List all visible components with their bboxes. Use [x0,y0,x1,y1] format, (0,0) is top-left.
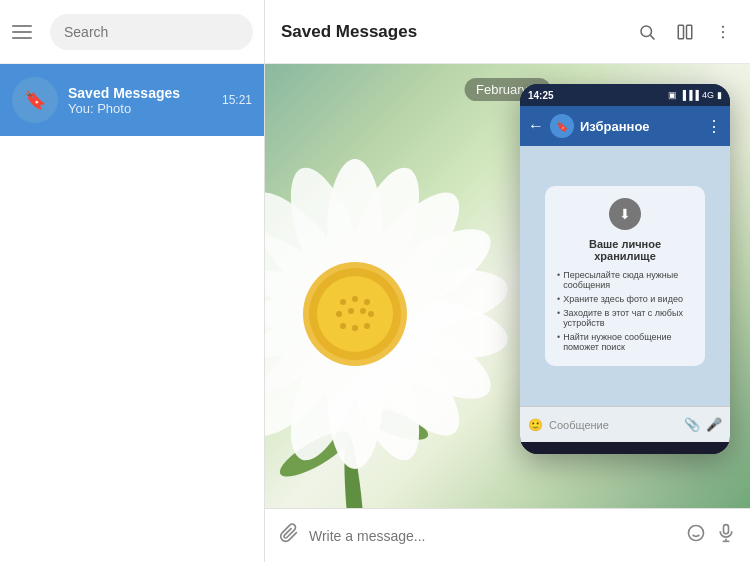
bullet-3: Заходите в этот чат с любых устройств [557,306,693,330]
header-icons [636,21,734,43]
svg-point-31 [340,299,346,305]
phone-nav-bar: ■ ● ◀ [520,442,730,454]
phone-signal-icon: ▐▐▐ [680,90,699,100]
more-options-icon[interactable] [712,21,734,43]
svg-line-1 [650,35,654,39]
phone-sticker-icon: 🙂 [528,418,543,432]
bookmark-icon: 🔖 [24,89,46,111]
svg-point-40 [364,323,370,329]
svg-point-41 [689,526,704,541]
bullet-1: Пересылайте сюда нужные сообщения [557,268,693,292]
phone-avatar: 🔖 [550,114,574,138]
message-input-area [265,508,750,562]
chat-body: February 3 14:25 ▣ ▐▐▐ 4G ▮ ← [265,64,750,508]
search-icon[interactable] [636,21,658,43]
chat-name: Saved Messages [68,85,216,101]
sidebar: 🔖 Saved Messages You: Photo 15:21 [0,0,265,562]
phone-bookmark-icon: 🔖 [556,121,568,132]
column-layout-icon[interactable] [674,21,696,43]
chat-item-saved-messages[interactable]: 🔖 Saved Messages You: Photo 15:21 [0,64,264,136]
svg-point-38 [340,323,346,329]
storage-title: Ваше личное хранилище [557,238,693,262]
svg-point-6 [722,36,724,38]
phone-time: 14:25 [528,90,554,101]
phone-mockup: 14:25 ▣ ▐▐▐ 4G ▮ ← 🔖 Избранное ⋮ [520,84,730,454]
phone-4g-icon: 4G [702,90,714,100]
svg-point-34 [336,311,342,317]
svg-rect-44 [724,525,729,534]
attach-icon[interactable] [279,523,299,548]
chat-preview: You: Photo [68,101,216,116]
svg-rect-3 [687,25,692,39]
phone-chat-header: ← 🔖 Избранное ⋮ [520,106,730,146]
svg-point-37 [368,311,374,317]
svg-point-5 [722,30,724,32]
phone-chat-name: Избранное [580,119,700,134]
phone-attach-icon[interactable]: 📎 [684,417,700,432]
svg-point-4 [722,25,724,27]
sidebar-list: 🔖 Saved Messages You: Photo 15:21 [0,64,264,562]
mic-icon[interactable] [716,523,736,548]
phone-home-icon[interactable]: ● [619,452,627,454]
storage-icon: ⬇ [609,198,641,230]
svg-point-0 [641,26,652,37]
sidebar-header [0,0,264,64]
bullet-2: Храните здесь фото и видео [557,292,693,306]
svg-point-33 [364,299,370,305]
bullet-4: Найти нужное сообщение поможет поиск [557,330,693,354]
phone-battery-icon: ▮ [717,90,722,100]
hamburger-menu[interactable] [12,18,40,46]
phone-input-placeholder[interactable]: Сообщение [549,419,678,431]
chat-info: Saved Messages You: Photo [68,85,216,116]
phone-menu-icon[interactable]: ⋮ [706,117,722,136]
storage-card: ⬇ Ваше личное хранилище Пересылайте сюда… [545,186,705,366]
app-container: 🔖 Saved Messages You: Photo 15:21 Saved … [0,0,750,562]
chat-header: Saved Messages [265,0,750,64]
svg-point-35 [348,308,354,314]
phone-chat-body: ⬇ Ваше личное хранилище Пересылайте сюда… [520,146,730,406]
svg-point-36 [360,308,366,314]
main-area: Saved Messages [265,0,750,562]
search-input[interactable] [50,14,253,50]
phone-stop-icon[interactable]: ■ [561,452,569,454]
storage-bullets: Пересылайте сюда нужные сообщения Хранит… [557,268,693,354]
phone-mic-icon[interactable]: 🎤 [706,417,722,432]
phone-input-bar: 🙂 Сообщение 📎 🎤 [520,406,730,442]
phone-status-icons: ▣ ▐▐▐ 4G ▮ [668,90,722,100]
svg-point-30 [317,276,393,352]
phone-status-bar: 14:25 ▣ ▐▐▐ 4G ▮ [520,84,730,106]
message-input[interactable] [309,528,676,544]
phone-back-icon[interactable]: ← [528,117,544,135]
chat-title: Saved Messages [281,22,636,42]
chat-time: 15:21 [222,93,252,107]
svg-point-39 [352,325,358,331]
phone-wifi-icon: ▣ [668,90,677,100]
avatar: 🔖 [12,77,58,123]
svg-rect-2 [678,25,683,39]
phone-back-nav-icon[interactable]: ◀ [678,452,689,454]
svg-point-32 [352,296,358,302]
download-icon: ⬇ [619,206,631,222]
emoji-icon[interactable] [686,523,706,548]
